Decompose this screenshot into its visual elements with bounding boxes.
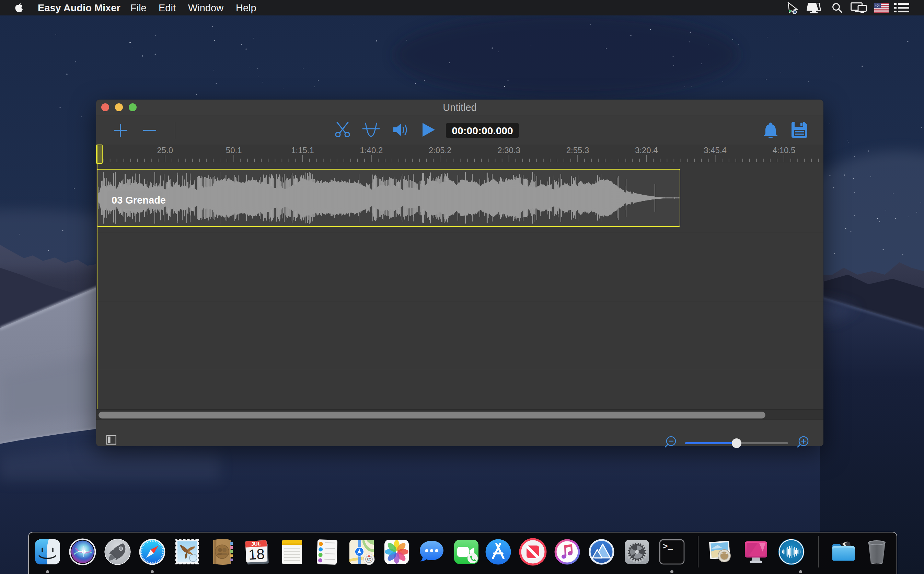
svg-text:>_: >_	[663, 542, 673, 551]
svg-text:50.1: 50.1	[226, 145, 242, 155]
svg-text:3D: 3D	[366, 558, 371, 561]
svg-text:2:30.3: 2:30.3	[497, 145, 520, 155]
svg-text:18: 18	[248, 546, 264, 563]
svg-text:3:20.4: 3:20.4	[635, 145, 658, 155]
svg-text:4:10.5: 4:10.5	[773, 145, 796, 155]
svg-text:2:55.3: 2:55.3	[566, 145, 589, 155]
svg-text:25.0: 25.0	[157, 145, 173, 155]
svg-text:3:45.4: 3:45.4	[704, 145, 727, 155]
svg-text:2:05.2: 2:05.2	[429, 145, 452, 155]
svg-text:1:40.2: 1:40.2	[360, 145, 383, 155]
svg-text:1:15.1: 1:15.1	[291, 145, 314, 155]
